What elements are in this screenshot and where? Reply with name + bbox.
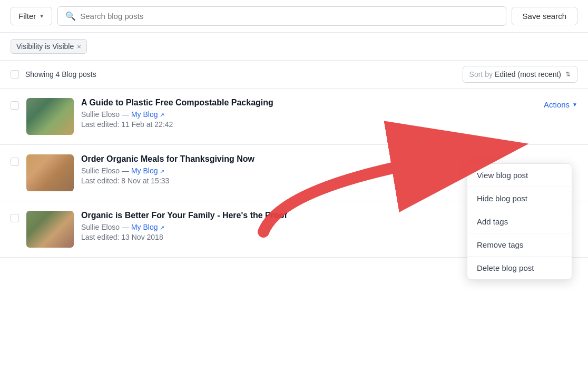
external-link-icon: ↗: [160, 224, 164, 231]
dropdown-item-hide[interactable]: Hide blog post: [467, 187, 572, 210]
filter-tag-close[interactable]: ×: [77, 43, 81, 51]
filter-button[interactable]: Filter ▼: [11, 7, 52, 25]
blog-item-checkbox[interactable]: [11, 158, 19, 166]
filters-row: Visibility is Visible ×: [0, 33, 588, 60]
blog-author: Sullie Eloso: [81, 167, 120, 175]
filter-chevron-icon: ▼: [39, 13, 44, 19]
actions-dropdown-menu: View blog post Hide blog post Add tags R…: [467, 163, 572, 280]
dropdown-item-remove-tags[interactable]: Remove tags: [467, 233, 572, 257]
visibility-filter-tag: Visibility is Visible ×: [11, 39, 87, 54]
external-link-icon: ↗: [160, 112, 164, 118]
dropdown-item-view[interactable]: View blog post: [467, 164, 572, 187]
filter-label: Filter: [18, 12, 36, 21]
save-search-button[interactable]: Save search: [512, 7, 577, 25]
sort-value: Edited (most recent): [495, 70, 561, 79]
filter-tag-label: Visibility is Visible: [16, 42, 74, 51]
actions-chevron-icon: ▼: [572, 102, 577, 107]
blog-author: Sullie Eloso: [81, 110, 120, 119]
separator: —: [122, 110, 129, 119]
blog-item-checkbox[interactable]: [11, 101, 19, 110]
blog-item-checkbox[interactable]: [11, 214, 19, 222]
actions-area: Actions ▼: [544, 100, 577, 109]
blog-date: Last edited: 11 Feb at 22:42: [81, 120, 536, 129]
search-bar: 🔍: [57, 6, 506, 26]
separator: —: [122, 167, 131, 175]
actions-button[interactable]: Actions ▼: [544, 100, 577, 109]
blog-author: Sullie Eloso: [81, 223, 120, 231]
blog-title: A Guide to Plastic Free Compostable Pack…: [81, 98, 536, 107]
blog-thumbnail: [26, 154, 74, 191]
search-input[interactable]: [80, 12, 498, 21]
external-link-icon: ↗: [160, 168, 164, 174]
sort-by-label: Sort by: [469, 70, 493, 79]
blog-thumbnail: [26, 211, 74, 248]
blog-title: Order Organic Meals for Thanksgiving Now: [81, 154, 570, 164]
sort-chevron-icon: ⇅: [565, 71, 571, 78]
blog-meta: Sullie Eloso — My Blog ↗: [81, 110, 536, 119]
blog-link[interactable]: My Blog: [131, 167, 158, 175]
dropdown-item-delete[interactable]: Delete blog post: [467, 257, 572, 279]
separator: —: [122, 223, 131, 231]
blog-item: A Guide to Plastic Free Compostable Pack…: [0, 89, 588, 145]
select-all-checkbox[interactable]: [11, 70, 19, 79]
list-header: Showing 4 Blog posts Sort by Edited (mos…: [0, 60, 588, 89]
search-icon: 🔍: [65, 11, 76, 21]
showing-text: Showing 4 Blog posts: [25, 70, 463, 79]
sort-dropdown[interactable]: Sort by Edited (most recent) ⇅: [463, 66, 577, 83]
actions-label: Actions: [544, 100, 570, 109]
blog-info: A Guide to Plastic Free Compostable Pack…: [81, 98, 536, 129]
blog-link[interactable]: My Blog: [131, 223, 158, 231]
toolbar: Filter ▼ 🔍 Save search: [0, 0, 588, 33]
blog-thumbnail: [26, 98, 74, 135]
blog-link[interactable]: My Blog: [131, 110, 158, 119]
dropdown-item-add-tags[interactable]: Add tags: [467, 210, 572, 233]
